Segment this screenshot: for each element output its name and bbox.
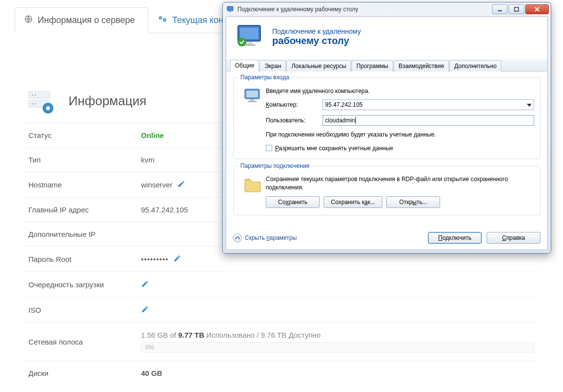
- credentials-hint: При подключении необходимо будет указать…: [266, 131, 534, 139]
- svg-point-12: [46, 106, 50, 110]
- svg-point-3: [160, 17, 161, 19]
- pencil-icon[interactable]: [173, 254, 181, 264]
- type-value: kvm: [141, 156, 155, 164]
- svg-rect-20: [240, 27, 258, 39]
- hide-options-toggle[interactable]: Скрыть параметры: [233, 233, 297, 242]
- rdp-tab-experience[interactable]: Взаимодействие: [394, 60, 449, 71]
- titlebar[interactable]: Подключение к удаленному рабочему столу: [223, 2, 551, 16]
- chevron-down-icon: [527, 101, 532, 108]
- rdp-app-icon: [227, 5, 235, 13]
- connect-button[interactable]: Подключить: [428, 232, 482, 244]
- root-pw-label: Пароль Root: [28, 255, 141, 263]
- rdp-tab-programs[interactable]: Программы: [352, 60, 393, 71]
- connection-fieldset: Параметры подключения Сохранение текущих…: [233, 166, 540, 216]
- save-as-button[interactable]: Сохранить как...: [324, 196, 382, 208]
- svg-point-4: [164, 19, 165, 21]
- rdp-dialog: Подключение к удаленному рабочему столу …: [222, 2, 551, 254]
- open-button[interactable]: Открыть...: [386, 196, 440, 208]
- rdp-tab-general[interactable]: Общие: [230, 60, 259, 71]
- row-disks: Диски 40 GB: [24, 361, 539, 385]
- hostname-label: Hostname: [28, 181, 141, 189]
- chevron-up-icon: [233, 233, 242, 242]
- bandwidth-block: 1.56 GB of 9.77 TB Использовано / 9.76 T…: [141, 331, 535, 353]
- svg-rect-27: [248, 101, 257, 102]
- username-input[interactable]: cloudadmin: [323, 115, 534, 126]
- computer-value: 95.47.242.105: [325, 101, 363, 108]
- connection-desc: Сохранение текущих параметров подключени…: [266, 175, 534, 192]
- hide-options-label: Скрыть параметры: [245, 234, 297, 241]
- row-boot-order: Очередность загрузки: [24, 272, 539, 297]
- svg-rect-14: [229, 11, 231, 12]
- main-ip-value: 95.47.242.105: [141, 206, 188, 214]
- connection-legend: Параметры подключения: [238, 162, 311, 169]
- tab-label: Текущая кон: [172, 15, 224, 25]
- logon-fieldset: Параметры входа Введите имя удаленного к…: [233, 77, 540, 159]
- rdp-tab-display[interactable]: Экран: [259, 60, 286, 71]
- close-button[interactable]: [525, 4, 549, 14]
- folder-icon: [239, 175, 266, 208]
- user-label: Пользователь:: [266, 117, 323, 124]
- type-label: Тип: [28, 156, 141, 164]
- svg-point-9: [31, 103, 33, 104]
- help-button[interactable]: Справка: [487, 232, 540, 244]
- svg-rect-21: [246, 42, 253, 44]
- bandwidth-progress: 0%: [141, 342, 535, 353]
- tab-server-info[interactable]: Информация о сервере: [15, 7, 148, 33]
- status-value: Online: [141, 131, 164, 139]
- logon-instruction: Введите имя удаленного компьютера.: [266, 88, 534, 94]
- computer-icon: [239, 87, 266, 152]
- boot-order-label: Очередность загрузки: [28, 280, 141, 289]
- hostname-value: winserver: [141, 181, 172, 189]
- gears-icon: [158, 15, 167, 26]
- save-button[interactable]: Сохранить: [266, 196, 320, 208]
- bw-avail: 9.76 TB Доступно: [261, 331, 321, 339]
- bw-total: 9.77 TB: [178, 331, 204, 339]
- extra-ip-label: Дополнительные IP: [28, 230, 141, 238]
- disks-value: 40 GB: [141, 369, 162, 377]
- computer-combobox[interactable]: 95.47.242.105: [323, 99, 534, 110]
- dialog-footer: Скрыть параметры Подключить Справка: [226, 227, 547, 250]
- disks-label: Диски: [28, 369, 141, 377]
- panel-title: Информация: [69, 93, 146, 109]
- root-pw-value: •••••••••: [141, 255, 168, 263]
- row-bandwidth: Сетевая полоса 1.56 GB of 9.77 TB Исполь…: [24, 323, 539, 361]
- svg-point-10: [34, 103, 36, 104]
- iso-label: ISO: [28, 306, 141, 314]
- svg-point-8: [34, 94, 36, 95]
- bw-pct: 0%: [145, 344, 154, 351]
- svg-point-23: [237, 38, 246, 46]
- svg-rect-26: [250, 99, 255, 101]
- minimize-button[interactable]: [492, 4, 508, 14]
- allow-save-label: Разрешить мне сохранять учетные данные: [275, 145, 393, 152]
- maximize-button[interactable]: [509, 4, 524, 14]
- banner-line1: Подключение к удаленному: [272, 27, 361, 35]
- computer-label: Компьютер:: [266, 101, 323, 108]
- pencil-icon[interactable]: [141, 280, 149, 289]
- rdp-tabs: Общие Экран Локальные ресурсы Программы …: [226, 59, 547, 71]
- row-iso: ISO: [24, 297, 539, 323]
- server-icon: [24, 89, 59, 114]
- pencil-icon[interactable]: [141, 305, 149, 315]
- tab-label: Информация о сервере: [38, 15, 135, 25]
- logon-legend: Параметры входа: [238, 74, 291, 81]
- window-title: Подключение к удаленному рабочему столу: [237, 6, 491, 13]
- svg-point-7: [31, 94, 33, 95]
- username-value: cloudadmin: [325, 117, 355, 124]
- allow-save-checkbox[interactable]: [266, 145, 272, 151]
- pencil-icon[interactable]: [177, 180, 185, 189]
- svg-rect-13: [227, 6, 233, 11]
- banner-line2: рабочему столу: [272, 35, 361, 46]
- bandwidth-label: Сетевая полоса: [28, 338, 141, 346]
- svg-rect-16: [515, 7, 518, 11]
- globe-icon: [24, 15, 33, 26]
- bw-used: 1.56 GB: [141, 331, 168, 339]
- main-ip-label: Главный IP адрес: [28, 206, 141, 214]
- rdp-tab-local-resources[interactable]: Локальные ресурсы: [286, 60, 351, 71]
- svg-rect-25: [246, 91, 258, 97]
- status-label: Статус: [28, 131, 141, 139]
- rdp-tab-advanced[interactable]: Дополнительно: [449, 60, 501, 71]
- monitor-icon: [235, 23, 266, 50]
- dialog-banner: Подключение к удаленному рабочему столу: [226, 17, 547, 59]
